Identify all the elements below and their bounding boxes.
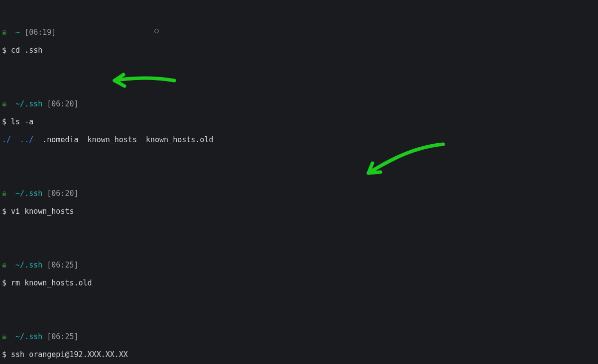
skull-icon: ☠ xyxy=(2,189,6,198)
command-line: $ vi known_hosts xyxy=(2,207,596,216)
annotation-dot xyxy=(154,29,159,33)
prompt-line: ☠ ~/.ssh [06:25] xyxy=(2,332,596,341)
skull-icon: ☠ xyxy=(2,99,6,108)
prompt-line: ☠ ~ [06:19] xyxy=(2,28,596,37)
command-line: $ cd .ssh xyxy=(2,46,596,55)
skull-icon: ☠ xyxy=(2,28,6,37)
command-line: $ rm known_hosts.old xyxy=(2,278,596,287)
terminal-output[interactable]: ☠ ~ [06:19] $ cd .ssh ☠ ~/.ssh [06:20] $… xyxy=(0,0,598,364)
prompt-line: ☠ ~/.ssh [06:20] xyxy=(2,189,596,198)
skull-icon: ☠ xyxy=(2,261,6,270)
prompt-line: ☠ ~/.ssh [06:20] xyxy=(2,99,596,108)
prompt-line: ☠ ~/.ssh [06:25] xyxy=(2,261,596,270)
command-line: $ ssh orangepi@192.XXX.XX.XX xyxy=(2,350,596,359)
ls-output: ./ ../ .nomedia known_hosts known_hosts.… xyxy=(2,135,596,144)
command-line: $ ls -a xyxy=(2,117,596,126)
skull-icon: ☠ xyxy=(2,332,6,341)
